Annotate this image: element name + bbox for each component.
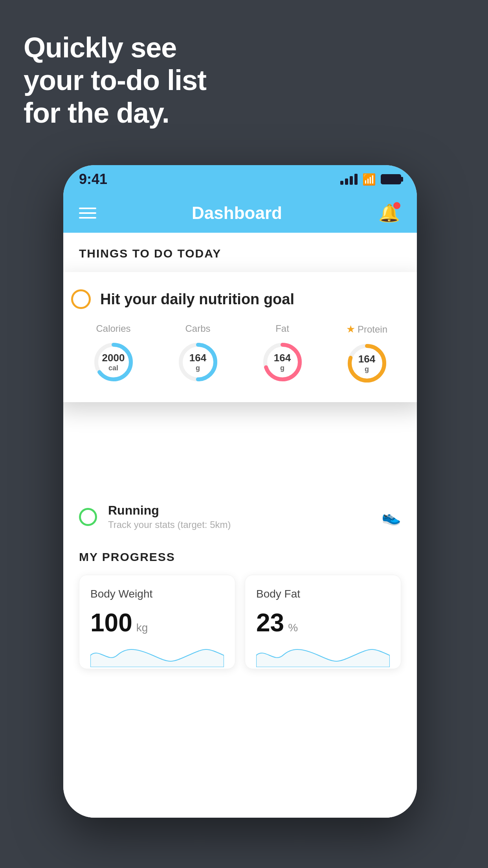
nav-bar: Dashboard 🔔 [63,193,417,233]
nutrition-label: Fat [275,323,289,334]
phone-frame: 9:41 📶 Dashboard 🔔 [63,165,417,818]
card-header: Hit your daily nutrition goal [71,289,409,309]
phone-wrapper: 9:41 📶 Dashboard 🔔 [63,165,425,833]
ring-container: 2000 cal [92,340,135,384]
hamburger-menu[interactable] [79,208,96,219]
ring-text: 164 g [358,353,375,374]
todo-sub-label: Track your stats (target: 5km) [108,519,371,530]
nutrition-radio[interactable] [71,289,91,309]
notification-dot [393,202,400,209]
nutrition-item-calories: Calories 2000 cal [92,323,135,384]
progress-num: 23 [256,608,284,637]
status-icons: 📶 [340,173,401,186]
progress-cards: Body Weight 100 kg Body Fat 23 % [79,575,401,669]
progress-num: 100 [90,608,132,637]
nutrition-label: Carbs [185,323,210,334]
ring-text: 164 g [189,352,206,373]
progress-section: MY PROGRESS Body Weight 100 kg Body Fat … [63,531,417,685]
todo-main-label: Running [108,503,371,518]
star-icon: ★ [346,323,355,335]
status-bar: 9:41 📶 [63,165,417,193]
progress-card-title: Body Weight [90,588,224,600]
wifi-icon: 📶 [362,173,376,186]
wave-svg [256,644,390,667]
nav-title: Dashboard [192,203,282,223]
battery-icon [381,174,401,184]
progress-card-body-weight[interactable]: Body Weight 100 kg [79,575,235,669]
ring-container: 164 g [261,340,304,384]
ring-container: 164 g [345,342,389,385]
todo-texts: Running Track your stats (target: 5km) [108,503,371,530]
wave-svg [90,644,224,667]
todo-action-icon: 👟 [382,508,401,526]
progress-card-body-fat[interactable]: Body Fat 23 % [245,575,401,669]
nutrition-label: ★ Protein [346,323,387,335]
ring-text: 164 g [274,352,291,373]
wave-container [256,644,390,667]
notification-button[interactable]: 🔔 [378,201,401,225]
nutrition-row: Calories 2000 cal Carbs 164 g [71,323,409,385]
progress-unit: kg [136,622,148,634]
progress-value: 23 % [256,608,390,637]
progress-heading: MY PROGRESS [79,550,401,564]
nutrition-item-carbs: Carbs 164 g [176,323,220,384]
nutrition-card-title: Hit your daily nutrition goal [100,291,294,308]
ring-container: 164 g [176,340,220,384]
progress-card-title: Body Fat [256,588,390,600]
signal-icon [340,174,358,185]
progress-unit: % [288,622,298,634]
nutrition-card: Hit your daily nutrition goal Calories 2… [63,272,417,402]
wave-container [90,644,224,667]
progress-value: 100 kg [90,608,224,637]
ring-text: 2000 cal [102,352,125,373]
nutrition-item-fat: Fat 164 g [261,323,304,384]
status-time: 9:41 [79,171,107,188]
section-header-today: THINGS TO DO TODAY [63,233,417,267]
hero-text: Quickly see your to-do list for the day. [24,31,206,129]
nutrition-label: Calories [96,323,130,334]
main-content: THINGS TO DO TODAY Hit your daily nutrit… [63,233,417,818]
nutrition-item-protein: ★ Protein 164 g [345,323,389,385]
todo-circle [79,508,97,526]
